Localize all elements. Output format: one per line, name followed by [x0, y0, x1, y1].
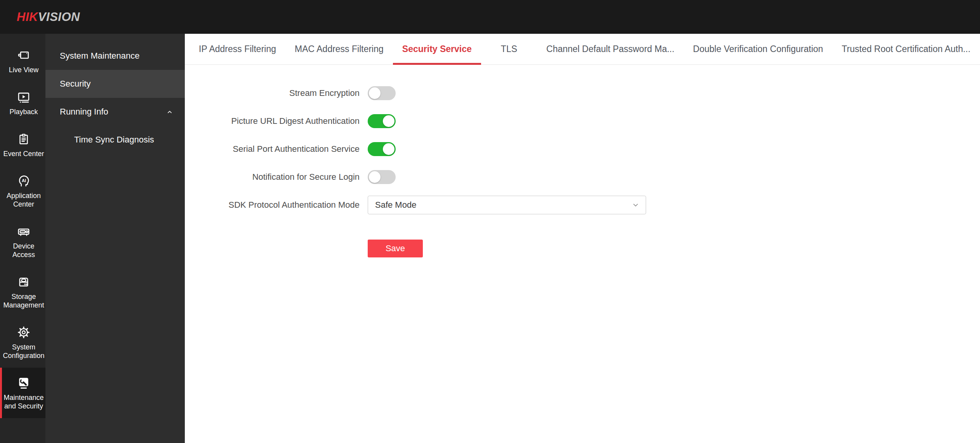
menu-item-system-maintenance[interactable]: System Maintenance — [45, 42, 185, 70]
sidebar-item-label: Event Center — [3, 149, 44, 158]
field-label: Picture URL Digest Authentication — [185, 116, 360, 126]
form-row-serial-port-authentication-service: Serial Port Authentication Service — [185, 135, 980, 163]
chevron-up-icon — [165, 107, 175, 117]
picture-url-digest-authentication-toggle[interactable] — [368, 114, 396, 128]
tab-tls[interactable]: TLS — [481, 34, 537, 64]
sidebar-item-live-view[interactable]: Live View — [0, 40, 45, 82]
sidebar-item-label: Maintenance and Security — [2, 393, 45, 410]
field-label: Stream Encryption — [185, 88, 360, 98]
sidebar-item-device-access[interactable]: Device Access — [0, 216, 45, 267]
app-window: HIKVISION Live View Playback — [0, 0, 980, 443]
sidebar-item-event-center[interactable]: Event Center — [0, 124, 45, 166]
menu-item-label: Security — [60, 79, 90, 89]
sidebar-item-label: Device Access — [2, 242, 45, 259]
tab-double-verification-configuration[interactable]: Double Verification Configuration — [684, 34, 832, 64]
hikvision-logo: HIKVISION — [17, 10, 80, 24]
secondary-sidebar: System Maintenance Security Running Info… — [45, 34, 185, 443]
logo-vision: VISION — [38, 10, 80, 24]
menu-item-running-info[interactable]: Running Info — [45, 98, 185, 126]
menu-item-label: System Maintenance — [60, 51, 139, 61]
logo-hik: HIK — [17, 10, 38, 24]
field-label: SDK Protocol Authentication Mode — [185, 200, 360, 210]
playback-icon — [16, 90, 31, 104]
storage-management-icon — [16, 274, 31, 289]
tab-bar: IP Address Filtering MAC Address Filteri… — [185, 34, 980, 65]
live-view-icon — [16, 48, 31, 63]
tab-label: Channel Default Password Ma... — [546, 44, 674, 54]
form-row-sdk-protocol-authentication-mode: SDK Protocol Authentication Mode Safe Mo… — [185, 191, 980, 219]
toggle-knob — [369, 171, 381, 183]
menu-item-security[interactable]: Security — [45, 70, 185, 98]
select-value: Safe Mode — [375, 200, 416, 210]
tab-label: TLS — [501, 44, 517, 54]
sidebar-item-maintenance-and-security[interactable]: Maintenance and Security — [0, 368, 45, 418]
toggle-knob — [369, 87, 381, 99]
stream-encryption-toggle[interactable] — [368, 86, 396, 100]
sidebar-item-label: Application Center — [2, 191, 45, 208]
field-label: Notification for Secure Login — [185, 172, 360, 182]
security-service-form: Stream Encryption Picture URL Digest Aut… — [185, 65, 980, 257]
sidebar-item-playback[interactable]: Playback — [0, 82, 45, 124]
tab-label: Security Service — [402, 44, 472, 54]
chevron-down-icon — [631, 200, 640, 210]
toggle-knob — [383, 115, 394, 127]
event-center-icon — [16, 132, 31, 146]
save-button[interactable]: Save — [368, 240, 423, 257]
form-row-notification-for-secure-login: Notification for Secure Login — [185, 163, 980, 191]
primary-sidebar: Live View Playback Event Center — [0, 34, 45, 443]
tab-trusted-root-certification[interactable]: Trusted Root Certification Auth... — [832, 34, 980, 64]
form-row-picture-url-digest-authentication: Picture URL Digest Authentication — [185, 107, 980, 135]
application-center-icon: AI — [16, 174, 31, 188]
tab-mac-address-filtering[interactable]: MAC Address Filtering — [285, 34, 393, 64]
svg-text:AI: AI — [22, 178, 26, 183]
serial-port-authentication-service-toggle[interactable] — [368, 142, 396, 156]
system-configuration-icon — [16, 325, 31, 340]
form-row-stream-encryption: Stream Encryption — [185, 79, 980, 107]
tab-channel-default-password[interactable]: Channel Default Password Ma... — [537, 34, 684, 64]
sidebar-item-application-center[interactable]: AI Application Center — [0, 166, 45, 216]
sidebar-item-label: Storage Management — [2, 292, 45, 309]
notification-for-secure-login-toggle[interactable] — [368, 170, 396, 184]
maintenance-security-icon — [16, 375, 31, 390]
tab-security-service[interactable]: Security Service — [393, 34, 481, 64]
tab-label: IP Address Filtering — [199, 44, 276, 54]
field-label: Serial Port Authentication Service — [185, 144, 360, 154]
main-content: IP Address Filtering MAC Address Filteri… — [185, 34, 980, 443]
tab-label: Double Verification Configuration — [693, 44, 823, 54]
sidebar-item-label: System Configuration — [2, 343, 45, 360]
sidebar-item-label: Playback — [9, 108, 38, 116]
top-bar: HIKVISION — [0, 0, 980, 34]
sdk-protocol-authentication-mode-select[interactable]: Safe Mode — [368, 196, 646, 214]
menu-item-time-sync-diagnosis[interactable]: Time Sync Diagnosis — [45, 126, 185, 154]
tab-label: Trusted Root Certification Auth... — [842, 44, 971, 54]
toggle-knob — [383, 143, 394, 155]
sidebar-item-system-configuration[interactable]: System Configuration — [0, 317, 45, 368]
tab-ip-address-filtering[interactable]: IP Address Filtering — [189, 34, 285, 64]
device-access-icon — [16, 224, 31, 239]
menu-item-label: Running Info — [60, 107, 108, 117]
sidebar-item-label: Live View — [9, 66, 39, 74]
sidebar-item-storage-management[interactable]: Storage Management — [0, 267, 45, 317]
tab-label: MAC Address Filtering — [295, 44, 384, 54]
menu-item-label: Time Sync Diagnosis — [74, 135, 154, 145]
